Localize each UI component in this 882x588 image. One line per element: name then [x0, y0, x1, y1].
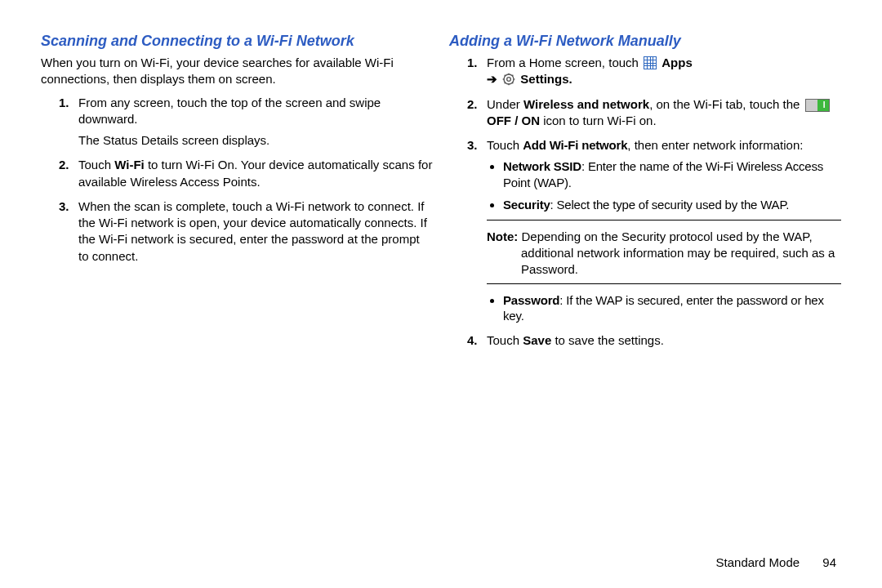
password-bullet-list: Password: If the WAP is secured, enter t…: [487, 292, 841, 324]
footer-section: Standard Mode: [716, 555, 800, 569]
divider-top: [487, 220, 841, 220]
step3-text: When the scan is complete, touch a Wi-Fi…: [78, 199, 427, 263]
right-steps: From a Home screen, touch Apps ➔ Setting…: [449, 55, 841, 349]
svg-point-1: [507, 78, 511, 82]
left-step-1: From any screen, touch the top of the sc…: [78, 95, 433, 149]
left-steps: From any screen, touch the top of the sc…: [41, 95, 433, 265]
footer-page-number: 94: [822, 555, 836, 569]
step1-text: From any screen, touch the top of the sc…: [78, 96, 381, 126]
save-bold: Save: [523, 333, 551, 347]
step3r-a: Touch: [487, 138, 523, 152]
heading-adding: Adding a Wi-Fi Network Manually: [449, 33, 841, 50]
left-step-2: Touch Wi-Fi to turn Wi-Fi On. Your devic…: [78, 157, 433, 190]
svg-line-6: [505, 75, 506, 76]
off-on-label: OFF / ON: [487, 114, 540, 127]
note-block: Note: Depending on the Security protocol…: [487, 229, 841, 278]
step4r-a: Touch: [487, 333, 523, 347]
bullet-security: Security: Select the type of security us…: [503, 197, 841, 213]
security-text: : Select the type of security used by th…: [550, 198, 790, 212]
ssid-label: Network SSID: [503, 159, 581, 173]
bullet-ssid: Network SSID: Enter the name of the Wi-F…: [503, 158, 841, 190]
add-wifi-bold: Add Wi-Fi network: [523, 138, 627, 152]
intro-paragraph: When you turn on Wi-Fi, your device sear…: [41, 55, 433, 88]
step1r-prefix: From a Home screen, touch: [487, 56, 642, 69]
svg-line-9: [512, 75, 513, 76]
right-step-3: Touch Add Wi-Fi network, then enter netw…: [487, 137, 841, 324]
bullet-password: Password: If the WAP is secured, enter t…: [503, 292, 841, 324]
left-step-3: When the scan is complete, touch a Wi-Fi…: [78, 198, 433, 265]
arrow-icon: ➔: [487, 72, 497, 86]
apps-label: Apps: [662, 56, 693, 69]
right-step-2: Under Wireless and network, on the Wi-Fi…: [487, 96, 841, 130]
step1-result: The Status Details screen displays.: [78, 132, 433, 149]
step2-prefix: Touch: [78, 158, 114, 172]
apps-grid-icon: [644, 56, 657, 69]
note-label: Note:: [487, 229, 518, 243]
heading-scanning: Scanning and Connecting to a Wi-Fi Netwo…: [41, 33, 433, 50]
step3r-c: , then enter network information:: [627, 138, 803, 152]
page-footer: Standard Mode 94: [0, 555, 882, 586]
step4r-c: to save the settings.: [551, 333, 664, 347]
network-info-bullets: Network SSID: Enter the name of the Wi-F…: [487, 158, 841, 213]
right-step-4: Touch Save to save the settings.: [487, 332, 841, 349]
svg-line-7: [512, 82, 513, 83]
wifi-bold: Wi-Fi: [114, 158, 145, 172]
password-label: Password: [503, 293, 559, 307]
settings-label: Settings.: [520, 72, 572, 86]
settings-gear-icon: [502, 73, 515, 86]
wireless-network-bold: Wireless and network: [523, 97, 649, 111]
left-column: Scanning and Connecting to a Wi-Fi Netwo…: [33, 33, 441, 547]
step2r-a: Under: [487, 97, 523, 111]
svg-line-8: [505, 82, 506, 83]
right-column: Adding a Wi-Fi Network Manually From a H…: [441, 33, 849, 547]
security-label: Security: [503, 198, 550, 212]
step2r-e: icon to turn Wi-Fi on.: [540, 114, 657, 127]
right-step-1: From a Home screen, touch Apps ➔ Setting…: [487, 55, 841, 88]
page-body: Scanning and Connecting to a Wi-Fi Netwo…: [0, 0, 882, 555]
divider-bottom: [487, 283, 841, 284]
off-on-toggle-icon: [805, 99, 830, 112]
note-text: Depending on the Security protocol used …: [518, 229, 835, 277]
step2r-c: , on the Wi-Fi tab, touch the: [649, 97, 803, 111]
